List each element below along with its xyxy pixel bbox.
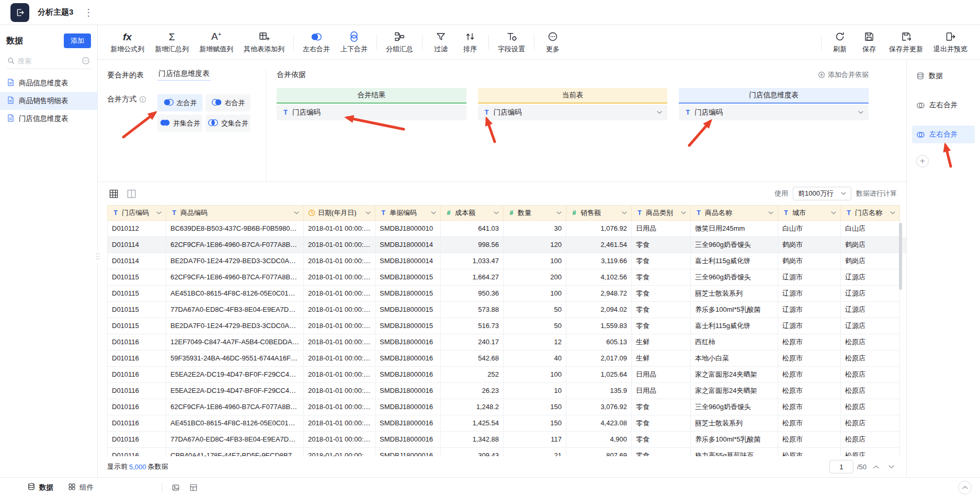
chevron-down-icon[interactable] [858,111,863,114]
chevron-down-icon[interactable] [622,211,627,214]
table-cell: SMDBJ18000010 [375,221,441,237]
toolbar-filter[interactable]: 过滤 [426,28,455,56]
table-cell: 1,664.27 [441,269,504,286]
chevron-down-icon[interactable] [768,211,773,214]
target-table-select[interactable]: 门店信息维度表 [157,69,211,81]
table-row: D01011659F35931-24BA-46DC-9551-6744A16FC… [107,351,906,367]
toolbar-union-top-bottom[interactable]: 上下合并 [335,28,373,56]
table-cell: 辽源店 [841,269,900,286]
sidebar-resize-handle[interactable] [96,251,100,263]
split-view-toggle[interactable] [125,187,138,200]
chevron-down-icon[interactable] [156,211,162,214]
chevron-down-icon[interactable] [431,211,436,214]
step-join-1[interactable]: 左右合并 [912,96,975,114]
column-header-3[interactable]: T单据编码 [375,205,441,221]
toolbar-more[interactable]: 更多 [538,28,567,56]
table-cell: 50 [504,318,566,334]
toolbar-exit-and-preview[interactable]: 退出并预览 [928,28,973,56]
toolbar-field-settings[interactable]: 字段设置 [493,28,530,56]
add-step-button[interactable]: + [916,155,929,167]
pagination: /50 [829,460,897,473]
chevron-down-icon[interactable] [494,211,499,214]
chevron-down-icon[interactable] [831,211,836,214]
chevron-down-icon[interactable] [681,211,686,214]
method-label: 并集合并 [173,119,200,128]
table-cell: D010116 [107,383,166,399]
chevron-down-icon[interactable] [556,211,562,214]
column-header-2[interactable]: 日期(年月日) [304,205,375,221]
table-cell: 77DA67A0-ED8C-4FB3-8E04-E9EA7DD96... [166,432,304,448]
image-view-icon[interactable] [172,483,180,492]
basis-field-1[interactable]: T门店编码 [478,105,668,120]
column-header-9[interactable]: T城市 [778,205,841,221]
column-header-10[interactable]: T门店名称 [841,205,900,221]
search-options-icon[interactable] [82,57,90,65]
method-left-join[interactable]: 左合并 [157,94,202,111]
table-cell: 4,102.56 [566,269,632,286]
toolbar-sort[interactable]: 排序 [455,28,485,56]
method-right-join[interactable]: 右合并 [206,94,250,111]
toolbar-join-left-right[interactable]: 左右合并 [298,28,335,56]
column-header-4[interactable]: #成本额 [441,205,504,221]
toolbar-refresh[interactable]: 刷新 [825,28,854,56]
toolbar-save[interactable]: 保存 [854,28,884,56]
basis-field-label: 门店编码 [292,108,321,117]
column-header-label: 成本额 [455,208,475,218]
page-input[interactable] [829,460,853,473]
toolbar-add-formula-column[interactable]: fx新增公式列 [105,28,150,56]
toolbar-add-column-from-other-table[interactable]: 其他表添加列 [238,28,290,56]
column-header-5[interactable]: #数量 [504,205,566,221]
step-join-2[interactable]: 左右合并 [912,126,975,143]
column-header-label: 商品编码 [180,208,208,218]
basis-field-0[interactable]: T门店编码 [277,105,466,120]
sidebar-table-0[interactable]: 商品信息维度表 [0,74,97,92]
topbar: 分析主题3 ⋮ [0,0,980,25]
toolbar-separator [821,35,822,50]
add-merge-basis-button[interactable]: 添加合并依据 [818,70,869,80]
bottombar-tab-data[interactable]: 数据 [27,482,53,492]
chevron-down-icon[interactable] [657,111,662,114]
table-scrollbar[interactable] [899,223,902,290]
basis-field-2[interactable]: T门店编码 [679,105,869,120]
chevron-down-icon[interactable] [294,211,299,214]
column-header-8[interactable]: T商品名称 [691,205,778,221]
column-header-1[interactable]: T商品编码 [166,205,304,221]
prev-page-button[interactable] [870,461,882,472]
table-controls: 使用 前1000万行 数据进行计算 [98,182,906,205]
table-cell: 零食 [632,415,691,432]
toolbar-add-assign-column[interactable]: A+新增赋值列 [194,28,238,56]
step-data[interactable]: 数据 [912,67,975,85]
column-header-label: 城市 [792,208,806,218]
collapse-bottombar-icon[interactable] [958,481,972,494]
sidebar-table-label: 商品销售明细表 [19,96,69,106]
toolbar-group-summary[interactable]: 分组汇总 [381,28,418,56]
toolbar-separator [422,35,423,50]
chevron-down-icon[interactable] [366,211,371,214]
toolbar-add-summary-column[interactable]: Σ新增汇总列 [150,28,194,56]
collapse-edit-icon[interactable] [10,3,29,22]
more-menu-icon[interactable]: ⋮ [82,7,95,18]
chevron-down-icon[interactable] [890,211,895,214]
table-cell: D010115 [107,286,166,302]
toolbar-label: 退出并预览 [933,44,967,54]
toolbar-save-and-update[interactable]: 保存并更新 [884,28,928,56]
method-union-join[interactable]: 并集合并 [157,115,202,132]
bottombar-tab-components[interactable]: 组件 [68,482,94,492]
method-intersect-join[interactable]: 交集合并 [206,115,250,132]
table-cell: 松原市 [778,367,841,383]
table-cell: 998.56 [441,237,504,253]
sidebar-table-1[interactable]: 商品销售明细表 [0,92,97,110]
add-table-button[interactable]: 添加 [64,33,91,48]
column-header-label: 数量 [518,208,531,218]
table-doc-icon [7,114,15,123]
table-cell: 1,342.88 [441,432,504,448]
table-view-icon[interactable] [189,483,198,492]
row-limit-dropdown[interactable]: 前1000万行 [793,187,851,200]
column-header-6[interactable]: #销售额 [566,205,632,221]
column-header-0[interactable]: T门店编码 [107,205,166,221]
next-page-button[interactable] [885,461,897,472]
search-input[interactable] [18,57,78,65]
sidebar-table-2[interactable]: 门店信息维度表 [0,110,97,128]
column-header-7[interactable]: T商品类别 [632,205,691,221]
grid-view-toggle[interactable] [107,187,120,200]
